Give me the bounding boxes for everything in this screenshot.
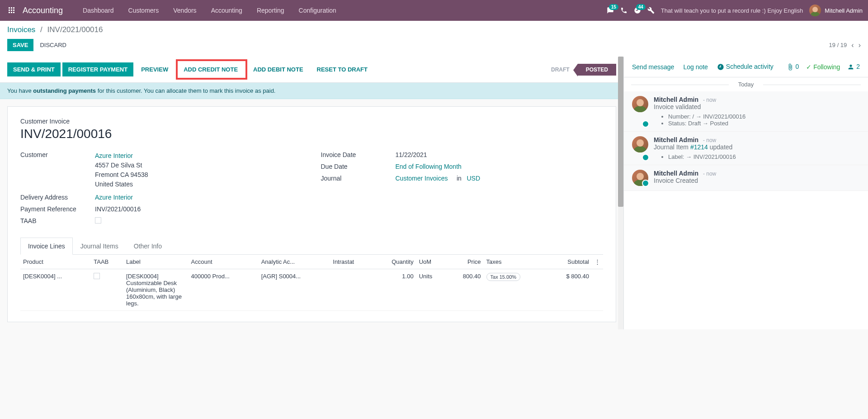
attachments-button[interactable]: 0 bbox=[787, 63, 799, 71]
user-menu[interactable]: Mitchell Admin bbox=[809, 5, 863, 16]
tax-badge[interactable]: Tax 15.00% bbox=[486, 273, 520, 281]
cell-quantity[interactable]: 1.00 bbox=[373, 269, 416, 311]
tab-invoice-lines[interactable]: Invoice Lines bbox=[20, 238, 73, 255]
th-price[interactable]: Price bbox=[446, 255, 484, 269]
th-taab[interactable]: TAAB bbox=[91, 255, 123, 269]
customer-link[interactable]: Azure Interior bbox=[95, 152, 133, 159]
chat-badge: 15 bbox=[609, 4, 618, 10]
svg-rect-8 bbox=[13, 12, 14, 13]
svg-rect-0 bbox=[9, 7, 10, 9]
addr-line3: United States bbox=[95, 181, 133, 188]
msg-time: - now bbox=[703, 97, 716, 103]
highlight-box: ADD CREDIT NOTE bbox=[176, 59, 247, 80]
form-sheet: Customer Invoice INV/2021/00016 Customer… bbox=[7, 106, 616, 322]
cell-taab-checkbox[interactable] bbox=[94, 273, 100, 279]
value-invoice-date: 11/22/2021 bbox=[396, 151, 604, 158]
th-account[interactable]: Account bbox=[189, 255, 259, 269]
cell-price[interactable]: 800.40 bbox=[446, 269, 484, 311]
presence-icon bbox=[642, 120, 649, 128]
cell-product[interactable]: [DESK0004] ... bbox=[20, 269, 91, 311]
log-note-button[interactable]: Log note bbox=[683, 63, 708, 71]
journal-link[interactable]: Customer Invoices bbox=[396, 175, 448, 182]
th-more-icon[interactable]: ⋮ bbox=[592, 255, 603, 269]
phone-icon[interactable] bbox=[620, 7, 627, 14]
svg-rect-2 bbox=[13, 7, 14, 9]
nav-dashboard[interactable]: Dashboard bbox=[75, 0, 121, 21]
form-header-label: Customer Invoice bbox=[20, 118, 603, 125]
brand[interactable]: Accounting bbox=[23, 6, 63, 15]
send-print-button[interactable]: SEND & PRINT bbox=[7, 62, 61, 76]
tab-journal-items[interactable]: Journal Items bbox=[73, 238, 126, 255]
msg-time: - now bbox=[703, 137, 716, 143]
cell-uom[interactable]: Units bbox=[416, 269, 446, 311]
th-analytic[interactable]: Analytic Ac... bbox=[259, 255, 330, 269]
th-intrastat[interactable]: Intrastat bbox=[330, 255, 373, 269]
scrollbar-track[interactable] bbox=[618, 57, 623, 329]
outstanding-banner: You have outstanding payments for this c… bbox=[0, 83, 623, 99]
pager-prev-icon[interactable]: ‹ bbox=[851, 41, 854, 49]
value-payment-ref: INV/2021/00016 bbox=[95, 205, 303, 213]
nav-configuration[interactable]: Configuration bbox=[292, 0, 344, 21]
delivery-link[interactable]: Azure Interior bbox=[95, 194, 133, 201]
svg-rect-4 bbox=[11, 10, 12, 11]
apps-icon[interactable] bbox=[5, 4, 18, 17]
nav-vendors[interactable]: Vendors bbox=[166, 0, 203, 21]
send-message-button[interactable]: Send message bbox=[632, 63, 674, 71]
th-subtotal[interactable]: Subtotal bbox=[547, 255, 592, 269]
scrollbar-thumb[interactable] bbox=[618, 57, 623, 207]
avatar-icon bbox=[632, 136, 648, 152]
avatar-icon bbox=[632, 96, 648, 112]
cell-account[interactable]: 400000 Prod... bbox=[189, 269, 259, 311]
save-button[interactable]: SAVE bbox=[7, 39, 33, 51]
msg-author[interactable]: Mitchell Admin bbox=[654, 136, 698, 143]
chatter-top: Send message Log note Schedule activity … bbox=[624, 57, 868, 77]
due-date-link[interactable]: End of Following Month bbox=[396, 163, 462, 170]
status-draft[interactable]: DRAFT bbox=[543, 64, 578, 76]
th-quantity[interactable]: Quantity bbox=[373, 255, 416, 269]
label-payment-ref: Payment Reference bbox=[20, 205, 95, 213]
debug-icon[interactable] bbox=[647, 7, 655, 14]
th-uom[interactable]: UoM bbox=[416, 255, 446, 269]
message-item: Mitchell Admin - now Invoice validated N… bbox=[624, 91, 868, 132]
breadcrumb-leaf: INV/2021/00016 bbox=[47, 25, 103, 34]
followers-button[interactable]: 2 bbox=[847, 63, 860, 71]
nav-accounting[interactable]: Accounting bbox=[204, 0, 250, 21]
user-avatar-icon bbox=[809, 5, 821, 16]
svg-rect-6 bbox=[9, 12, 10, 13]
add-credit-note-button[interactable]: ADD CREDIT NOTE bbox=[178, 62, 244, 76]
cell-intrastat[interactable] bbox=[330, 269, 373, 311]
add-debit-note-button[interactable]: ADD DEBIT NOTE bbox=[247, 62, 309, 76]
schedule-activity-button[interactable]: Schedule activity bbox=[717, 63, 774, 71]
activity-icon[interactable]: 44 bbox=[634, 7, 641, 14]
tab-other-info[interactable]: Other Info bbox=[126, 238, 170, 255]
msg-author[interactable]: Mitchell Admin bbox=[654, 170, 698, 177]
breadcrumb-root[interactable]: Invoices bbox=[7, 25, 35, 34]
table-row[interactable]: [DESK0004] ... [DESK0004] Customizable D… bbox=[20, 269, 603, 311]
th-taxes[interactable]: Taxes bbox=[484, 255, 547, 269]
journal-item-link[interactable]: #1214 bbox=[690, 143, 708, 151]
register-payment-button[interactable]: REGISTER PAYMENT bbox=[62, 62, 133, 76]
th-product[interactable]: Product bbox=[20, 255, 91, 269]
cell-label[interactable]: [DESK0004] Customizable Desk (Aluminium,… bbox=[123, 269, 189, 311]
cell-analytic[interactable]: [AGR] S0004... bbox=[259, 269, 330, 311]
msg-body: Invoice Created bbox=[654, 177, 860, 184]
pager-next-icon[interactable]: › bbox=[859, 41, 861, 49]
msg-time: - now bbox=[703, 171, 716, 177]
discard-button[interactable]: DISCARD bbox=[33, 39, 73, 51]
messaging-icon[interactable]: 15 bbox=[607, 7, 614, 14]
pager-text: 19 / 19 bbox=[829, 42, 847, 48]
invoice-lines-table: Product TAAB Label Account Analytic Ac..… bbox=[20, 255, 603, 311]
msg-author[interactable]: Mitchell Admin bbox=[654, 96, 698, 103]
currency-link[interactable]: USD bbox=[467, 175, 480, 182]
topbar: Accounting Dashboard Customers Vendors A… bbox=[0, 0, 868, 21]
taab-checkbox[interactable] bbox=[95, 217, 101, 224]
following-button[interactable]: ✓ Following bbox=[806, 63, 840, 71]
nav-customers[interactable]: Customers bbox=[121, 0, 166, 21]
preview-button[interactable]: PREVIEW bbox=[135, 62, 174, 76]
label-taab: TAAB bbox=[20, 217, 95, 225]
status-pills: DRAFT POSTED bbox=[543, 64, 616, 76]
reset-draft-button[interactable]: RESET TO DRAFT bbox=[311, 62, 373, 76]
nav-reporting[interactable]: Reporting bbox=[250, 0, 292, 21]
th-label[interactable]: Label bbox=[123, 255, 189, 269]
status-posted[interactable]: POSTED bbox=[578, 64, 616, 76]
